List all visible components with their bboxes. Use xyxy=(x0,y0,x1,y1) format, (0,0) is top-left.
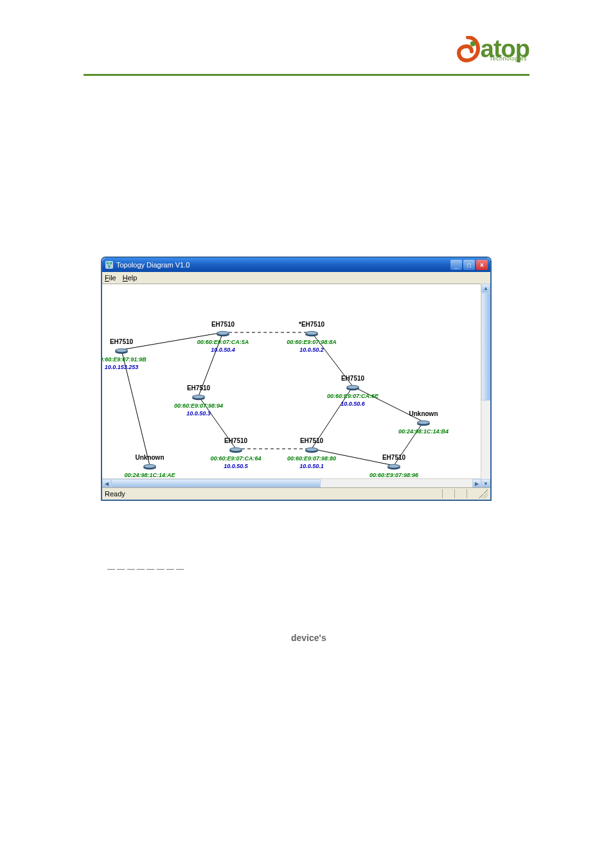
scroll-thumb-v[interactable] xyxy=(481,293,490,401)
node-model: EH7510 xyxy=(362,454,426,462)
node-ip: 10.0.50.2 xyxy=(280,346,344,354)
node-ip: 10.0.50.5 xyxy=(204,462,268,470)
node-ip: 10.0.50.4 xyxy=(191,346,255,354)
node-mac: 00:60:E9:07:98:8A xyxy=(280,338,344,346)
device-icon xyxy=(143,463,157,470)
topology-canvas[interactable]: EH7510 00:60:E9:07:91:9B10.0.153.253EH75… xyxy=(102,284,484,487)
statusbar: Ready xyxy=(102,487,490,500)
node-mac: 00:60:E9:07:91:9B xyxy=(102,356,154,363)
titlebar[interactable]: Topology Diagram V1.0 _ □ × xyxy=(102,258,490,272)
svg-point-13 xyxy=(306,332,317,334)
device-icon xyxy=(216,330,230,337)
device-icon xyxy=(346,384,360,391)
node-mac: 00:60:E9:07:98:80 xyxy=(280,455,344,462)
svg-point-28 xyxy=(306,448,317,451)
scroll-right-button[interactable]: ▶ xyxy=(472,479,481,488)
topology-node[interactable]: EH7510 00:60:E9:07:98:8010.0.50.1 xyxy=(280,437,344,470)
device-icon xyxy=(114,347,129,354)
svg-point-22 xyxy=(418,421,429,424)
topology-node[interactable]: EH7510 00:60:E9:07:91:9B10.0.153.253 xyxy=(102,338,154,371)
page-bold-word: device's xyxy=(291,633,326,643)
vertical-scrollbar[interactable]: ▲ ▼ xyxy=(481,284,490,488)
svg-point-31 xyxy=(145,465,155,467)
node-ip: 10.0.50.3 xyxy=(166,410,231,417)
node-model: EH7510 xyxy=(191,321,255,329)
scroll-track-h[interactable] xyxy=(111,479,472,488)
menu-help[interactable]: Help xyxy=(123,274,138,282)
node-mac: 00:60:E9:07:CA:6E xyxy=(321,392,385,400)
node-mac: 00:60:E9:07:CA:5A xyxy=(191,338,255,346)
minimize-button[interactable]: _ xyxy=(450,260,462,270)
brand-logo: atop Technologies xyxy=(455,35,529,63)
topology-node[interactable]: EH7510 00:60:E9:07:CA:6410.0.50.5 xyxy=(204,437,268,470)
svg-point-0 xyxy=(470,41,475,46)
window-controls: _ □ × xyxy=(450,260,488,270)
scroll-down-button[interactable]: ▼ xyxy=(481,479,490,488)
window-title: Topology Diagram V1.0 xyxy=(116,261,450,269)
brand-swirl-icon xyxy=(455,36,481,63)
topology-node[interactable]: EH7510 00:60:E9:07:98:9410.0.50.3 xyxy=(166,384,231,417)
node-model: EH7510 xyxy=(321,375,385,383)
device-icon xyxy=(305,330,319,337)
node-model: Unknown xyxy=(391,410,456,418)
menu-file[interactable]: File xyxy=(105,274,116,282)
maximize-button[interactable]: □ xyxy=(463,260,475,270)
scroll-left-button[interactable]: ◀ xyxy=(102,479,111,488)
node-model: EH7510 xyxy=(280,437,344,445)
topology-node[interactable]: EH7510 00:60:E9:07:CA:5A10.0.50.4 xyxy=(191,321,255,354)
statusbar-cells xyxy=(442,489,479,498)
node-mac: 00:60:E9:07:CA:64 xyxy=(204,455,268,462)
status-text: Ready xyxy=(105,490,125,498)
node-ip: 10.0.50.1 xyxy=(280,462,344,470)
device-icon xyxy=(387,463,401,470)
close-button[interactable]: × xyxy=(476,260,488,270)
node-mac: 00:60:E9:07:98:94 xyxy=(166,402,231,410)
topology-node[interactable]: *EH7510 00:60:E9:07:98:8A10.0.50.2 xyxy=(280,321,344,354)
top-rule xyxy=(84,74,529,76)
device-icon xyxy=(229,446,243,453)
node-mac: 00:24:98:1C:14:B4 xyxy=(391,428,456,435)
node-model: *EH7510 xyxy=(280,321,344,329)
topology-node[interactable]: EH7510 00:60:E9:07:CA:6E10.0.50.6 xyxy=(321,375,385,408)
svg-point-25 xyxy=(231,448,241,451)
scroll-thumb-h[interactable] xyxy=(111,479,321,488)
topology-node[interactable]: Unknown 00:24:98:1C:14:B4 xyxy=(391,410,456,435)
topology-node[interactable]: Unknown 00:24:98:1C:14:AE xyxy=(118,454,182,479)
brand-subtext: Technologies xyxy=(489,55,527,62)
node-model: Unknown xyxy=(118,454,182,462)
device-icon xyxy=(416,419,431,426)
node-model: EH7510 xyxy=(166,384,231,392)
page-dashes: — — — — — — — — xyxy=(107,565,184,574)
app-icon xyxy=(105,260,114,269)
menubar: File Help xyxy=(102,272,490,284)
svg-point-19 xyxy=(348,386,358,388)
svg-point-7 xyxy=(116,349,127,352)
svg-point-34 xyxy=(389,465,399,467)
node-ip: 10.0.153.253 xyxy=(102,363,154,371)
svg-point-16 xyxy=(193,395,204,398)
device-icon xyxy=(191,393,206,401)
resize-grip-icon[interactable] xyxy=(479,489,488,498)
scroll-track-v[interactable] xyxy=(481,293,490,479)
node-ip: 10.0.50.6 xyxy=(321,400,385,408)
device-icon xyxy=(305,446,319,453)
horizontal-scrollbar[interactable]: ◀ ▶ xyxy=(102,478,481,488)
svg-point-10 xyxy=(218,332,228,334)
topology-window: Topology Diagram V1.0 _ □ × File Help EH… xyxy=(102,257,491,500)
node-model: EH7510 xyxy=(102,338,154,346)
node-model: EH7510 xyxy=(204,437,268,445)
scroll-up-button[interactable]: ▲ xyxy=(481,284,490,293)
